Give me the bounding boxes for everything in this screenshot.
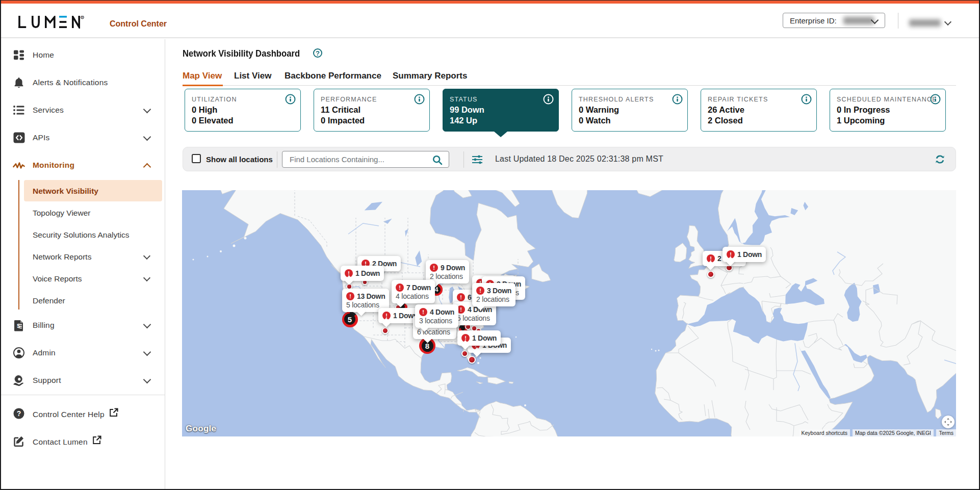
svg-text:?: ?: [17, 409, 21, 418]
svg-text:R: R: [82, 16, 84, 19]
